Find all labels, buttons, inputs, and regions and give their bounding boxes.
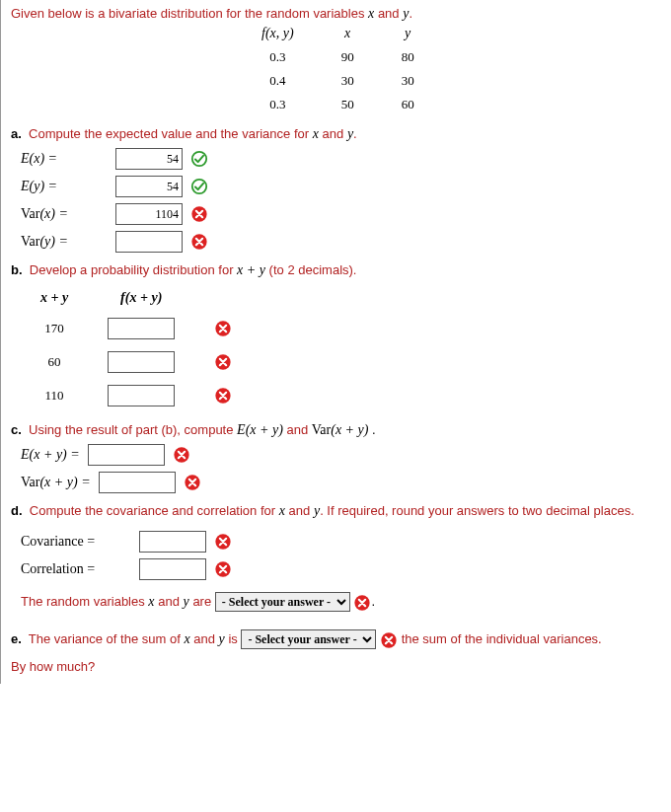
cross-icon xyxy=(214,533,232,551)
Varxy-label: Var(x + y) = xyxy=(21,475,91,490)
Varxy-input[interactable] xyxy=(99,472,176,493)
Ex-input[interactable] xyxy=(115,148,183,170)
corr-input[interactable] xyxy=(139,558,206,580)
Varx-label: Var(x) = xyxy=(21,206,108,222)
bivariate-table: f(x, y)xy 0.39080 0.43030 0.35060 xyxy=(238,22,438,116)
cross-icon xyxy=(190,233,208,251)
check-icon xyxy=(190,150,208,168)
cov-label: Covariance = xyxy=(21,534,131,550)
part-b-table: x + yf(x + y) 170 60 110 xyxy=(21,284,252,412)
rv-line: The random variables x and y are - Selec… xyxy=(21,588,662,616)
cross-icon xyxy=(214,320,232,337)
part-a: a. Compute the expected value and the va… xyxy=(11,126,662,142)
check-icon xyxy=(190,178,208,195)
cross-icon xyxy=(214,387,232,405)
part-c: c. Using the result of part (b), compute… xyxy=(11,422,662,438)
e-select[interactable]: - Select your answer - xyxy=(241,629,376,649)
rv-select[interactable]: - Select your answer - xyxy=(215,592,350,612)
cov-input[interactable] xyxy=(139,531,206,553)
b-row3-input[interactable] xyxy=(108,385,175,406)
corr-label: Correlation = xyxy=(21,561,131,577)
Ex-label: E(x) = xyxy=(21,151,108,167)
cross-icon xyxy=(190,205,208,223)
cross-icon xyxy=(173,446,190,464)
cross-icon xyxy=(353,594,371,612)
part-d: d. Compute the covariance and correlatio… xyxy=(11,503,662,519)
b-row1-input[interactable] xyxy=(108,318,175,339)
cross-icon xyxy=(380,631,398,649)
Exy-label: E(x + y) = xyxy=(21,447,80,463)
Exy-input[interactable] xyxy=(88,444,165,466)
byhowmuch-label: By how much? xyxy=(11,659,662,674)
Ey-input[interactable] xyxy=(115,176,183,197)
b-row2-input[interactable] xyxy=(108,351,175,373)
Vary-input[interactable] xyxy=(115,231,183,253)
Ey-label: E(y) = xyxy=(21,179,108,194)
part-b: b. Develop a probability distribution fo… xyxy=(11,262,662,278)
Vary-label: Var(y) = xyxy=(21,234,108,250)
cross-icon xyxy=(184,474,201,491)
intro-line: Given below is a bivariate distribution … xyxy=(11,6,662,22)
part-e: e. The variance of the sum of x and y is… xyxy=(11,626,662,653)
cross-icon xyxy=(214,353,232,371)
Varx-input[interactable] xyxy=(115,203,183,225)
cross-icon xyxy=(214,560,232,578)
